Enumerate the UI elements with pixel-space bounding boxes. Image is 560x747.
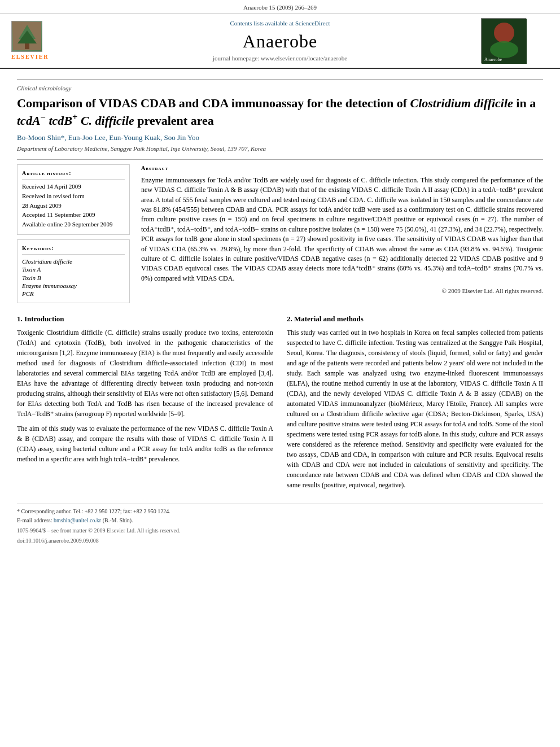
title-gene1: tcdA <box>17 114 41 128</box>
article-history-box: Article history: Received 14 April 2009 … <box>17 164 130 235</box>
corresponding-author: * Corresponding author. Tel.: +82 2 950 … <box>17 508 543 516</box>
section-label: Clinical microbiology <box>17 84 543 93</box>
journal-banner: ELSEVIER Contents lists available at Sci… <box>0 14 560 69</box>
svg-point-5 <box>494 23 514 43</box>
keyword-5: PCR <box>22 290 125 298</box>
intro-section-title: 1. Introduction <box>17 313 273 325</box>
keyword-4: Enzyme immunoassay <box>22 282 125 290</box>
article-history-title: Article history: <box>22 169 125 180</box>
sciencedirect-link[interactable]: ScienceDirect <box>295 20 330 27</box>
doi-line: doi:10.1016/j.anaerobe.2009.09.008 <box>17 537 543 545</box>
title-suffix: in a <box>513 96 536 110</box>
introduction-column: 1. Introduction Toxigenic Clostridium di… <box>17 313 273 495</box>
email-link[interactable]: bmshin@unitel.co.kr <box>54 517 101 523</box>
abstract-text: Enzyme immunoassays for TcdA and/or TcdB… <box>141 176 543 283</box>
keywords-title: Keywords: <box>22 244 125 255</box>
email-line: E-mail address: bmshin@unitel.co.kr (B.-… <box>17 517 543 525</box>
top-divider <box>17 79 543 80</box>
title-gene2: tcdB <box>46 114 72 128</box>
intro-paragraph-1: Toxigenic Clostridium difficile (C. diff… <box>17 327 273 419</box>
keyword-3: Toxin B <box>22 274 125 282</box>
journal-homepage: journal homepage: www.elsevier.com/locat… <box>79 54 481 63</box>
svg-text:Anaerobe: Anaerobe <box>484 57 502 62</box>
citation-text: Anaerobe 15 (2009) 266–269 <box>243 4 317 11</box>
received-row: Received 14 April 2009 <box>22 182 125 191</box>
elsevier-logo: ELSEVIER <box>11 21 79 61</box>
methods-section-title: 2. Material and methods <box>287 313 543 325</box>
email-label: E-mail address: <box>17 517 52 523</box>
thumb-svg: Anaerobe <box>482 19 527 64</box>
banner-center: Contents lists available at ScienceDirec… <box>79 19 481 63</box>
methods-column: 2. Material and methods This study was c… <box>287 313 543 495</box>
journal-name: Anaerobe <box>79 29 481 54</box>
abstract-title: Abstract <box>141 164 543 172</box>
available-row: Available online 20 September 2009 <box>22 220 125 229</box>
title-plain: Comparison of VIDAS CDAB and CDA immunoa… <box>17 96 410 110</box>
received-revised-label: Received in revised form <box>22 192 125 200</box>
keywords-box: Keywords: Clostridium difficile Toxin A … <box>17 239 130 303</box>
sciencedirect-prefix: Contents lists available at <box>230 20 294 27</box>
intro-paragraph-2: The aim of this study was to evaluate th… <box>17 423 273 464</box>
accepted-row: Accepted 11 September 2009 <box>22 211 125 219</box>
journal-citation: Anaerobe 15 (2009) 266–269 <box>0 0 560 14</box>
right-column: Abstract Enzyme immunoassays for TcdA an… <box>141 164 543 308</box>
corresponding-author-text: * Corresponding author. Tel.: +82 2 950 … <box>17 508 170 514</box>
sciencedirect-link-area[interactable]: Contents lists available at ScienceDirec… <box>79 19 481 28</box>
main-content: Clinical microbiology Comparison of VIDA… <box>0 69 560 557</box>
title-sup2: + <box>72 112 77 123</box>
methods-paragraph-1: This study was carried out in two hospit… <box>287 327 543 490</box>
body-columns: 1. Introduction Toxigenic Clostridium di… <box>17 313 543 495</box>
authors: Bo-Moon Shin*, Eun-Joo Lee, Eun-Young Ku… <box>17 133 543 143</box>
keyword-2: Toxin A <box>22 265 125 273</box>
footnotes: * Corresponding author. Tel.: +82 2 950 … <box>17 504 543 545</box>
article-title: Comparison of VIDAS CDAB and CDA immunoa… <box>17 95 543 130</box>
revised-label: Received in revised form <box>22 193 85 199</box>
title-sup1: − <box>41 112 46 123</box>
email-suffix: (B.-M. Shin). <box>103 517 133 523</box>
article-meta-area: Article history: Received 14 April 2009 … <box>17 164 543 308</box>
copyright: © 2009 Elsevier Ltd. All rights reserved… <box>141 287 543 295</box>
affiliation: Department of Laboratory Medicine, Sangg… <box>17 145 543 153</box>
journal-thumbnail-area: Anaerobe <box>481 18 549 63</box>
received-revised-date: 28 August 2009 <box>22 202 125 210</box>
elsevier-text: ELSEVIER <box>11 53 49 61</box>
title-italic: Clostridium difficile <box>410 96 513 110</box>
svg-rect-3 <box>25 43 29 49</box>
tree-svg <box>13 22 41 50</box>
title-end: prevalent area <box>137 114 213 128</box>
issn-line: 1075-9964/$ – see front matter © 2009 El… <box>17 527 543 535</box>
page: Anaerobe 15 (2009) 266–269 ELSEVIER Cont… <box>0 0 560 747</box>
title-end-italic: C. difficile <box>81 114 134 128</box>
article-divider <box>17 159 543 160</box>
keyword-1: Clostridium difficile <box>22 257 125 265</box>
svg-point-6 <box>490 41 518 58</box>
journal-thumbnail: Anaerobe <box>481 18 526 63</box>
elsevier-tree-image <box>11 21 42 52</box>
left-column: Article history: Received 14 April 2009 … <box>17 164 130 308</box>
